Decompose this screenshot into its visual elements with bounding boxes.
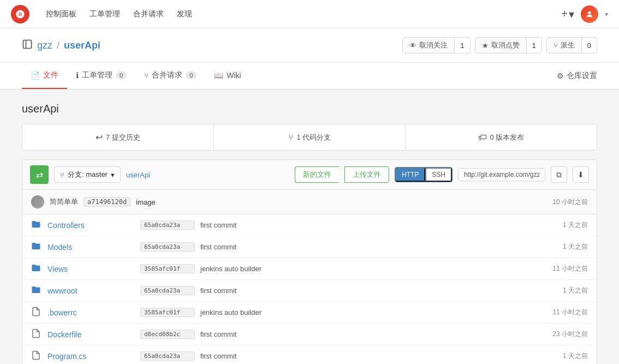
merge-badge: 0 — [186, 71, 197, 79]
avatar-chevron-icon: ▾ — [605, 10, 608, 18]
file-name[interactable]: Dockerfile — [47, 330, 135, 339]
main-content: userApi ↩ 7 提交历史 ⑂ 1 代码分支 🏷 0 版本发布 ⇄ ⑂ 分… — [0, 89, 619, 364]
nav-items: 控制面板 工单管理 合并请求 发现 — [46, 9, 192, 19]
nav-right: + ▾ ▾ — [561, 5, 608, 23]
table-row: Views 3585afc01f jenkins auto builder 11… — [22, 258, 597, 280]
file-hash: 65a0cda23a — [140, 286, 195, 295]
branch-selector[interactable]: ⑂ 分支: master ▾ — [54, 166, 121, 183]
repo-actions: 👁 取消关注 1 ★ 取消点赞 1 ⑂ 派生 0 — [402, 37, 597, 53]
top-navigation: 控制面板 工单管理 合并请求 发现 + ▾ ▾ — [0, 0, 619, 28]
latest-commit-row: 简简单单 a71496120d image 10 小时之前 — [22, 190, 597, 214]
folder-icon — [31, 285, 42, 296]
star-button[interactable]: ★ 取消点赞 1 — [475, 37, 542, 53]
commits-stat[interactable]: ↩ 7 提交历史 — [22, 124, 214, 150]
info-icon: ℹ — [76, 71, 79, 80]
sync-button[interactable]: ⇄ — [30, 165, 49, 184]
file-hash: 3585afc01f — [140, 308, 195, 317]
file-commit-message: jenkins auto builder — [200, 265, 528, 273]
file-icon — [31, 350, 42, 362]
nav-explore[interactable]: 发现 — [177, 9, 192, 19]
branch-icon: ⑂ — [60, 171, 64, 179]
copy-url-button[interactable]: ⧉ — [551, 166, 567, 183]
svg-rect-1 — [23, 40, 32, 48]
file-name[interactable]: Controllers — [47, 221, 135, 230]
copy-icon: ⧉ — [556, 170, 562, 180]
watch-label: 👁 取消关注 — [403, 38, 455, 53]
file-time: 11 小时之前 — [533, 264, 588, 273]
tab-files[interactable]: 📄 文件 — [22, 63, 67, 89]
releases-stat[interactable]: 🏷 0 版本发布 — [406, 125, 597, 150]
file-browser: ⇄ ⑂ 分支: master ▾ userApi 新的文件 上传文件 HTTP … — [22, 159, 597, 364]
tab-wiki[interactable]: 📖 Wiki — [205, 63, 249, 89]
repo-settings-button[interactable]: ⚙ 仓库设置 — [557, 63, 597, 88]
file-name[interactable]: .bowerrc — [47, 308, 135, 317]
file-hash: 65a0cda23a — [140, 351, 195, 361]
file-list: Controllers 65a0cda23a first commit 1 天之… — [22, 214, 597, 364]
file-time: 23 小时之前 — [533, 330, 588, 339]
file-time: 11 小时之前 — [533, 308, 588, 317]
branch-link[interactable]: userApi — [126, 171, 150, 179]
fork-button[interactable]: ⑂ 派生 0 — [546, 37, 597, 53]
file-name[interactable]: Views — [47, 265, 135, 273]
file-commit-message: first commit — [200, 221, 528, 229]
commit-author: 简简单单 — [50, 197, 78, 207]
table-row: Dockerfile d8ecd08b2c first commit 23 小时… — [22, 324, 597, 345]
folder-icon — [31, 263, 42, 275]
watch-count: 1 — [455, 39, 469, 52]
breadcrumb-separator: / — [57, 40, 59, 51]
commit-avatar — [31, 195, 44, 208]
file-commit-message: jenkins auto builder — [200, 308, 528, 317]
table-row: Program.cs 65a0cda23a first commit 1 天之前 — [22, 345, 597, 364]
wiki-icon: 📖 — [214, 71, 223, 80]
commits-label: 7 提交历史 — [106, 133, 140, 142]
releases-icon: 🏷 — [478, 133, 487, 142]
commit-message: image — [136, 198, 155, 206]
tab-merge-requests[interactable]: ⑂ 合并请求 0 — [135, 63, 205, 89]
commit-hash[interactable]: a71496120d — [84, 197, 130, 207]
file-name[interactable]: wwwroot — [47, 287, 135, 295]
nav-issues[interactable]: 工单管理 — [90, 9, 120, 19]
url-input[interactable] — [458, 168, 545, 181]
page-title: userApi — [22, 103, 597, 115]
file-hash: 65a0cda23a — [140, 242, 195, 252]
eye-icon: 👁 — [409, 41, 416, 50]
commits-icon: ↩ — [96, 132, 103, 142]
table-row: Controllers 65a0cda23a first commit 1 天之… — [22, 214, 597, 236]
breadcrumb: gzz / userApi — [22, 39, 100, 52]
ssh-button[interactable]: SSH — [425, 168, 452, 182]
site-logo[interactable] — [11, 5, 29, 23]
star-count: 1 — [527, 39, 541, 52]
star-icon: ★ — [482, 41, 489, 50]
file-commit-message: first commit — [200, 352, 528, 360]
tabs-left: 📄 文件 ℹ 工单管理 0 ⑂ 合并请求 0 📖 Wiki — [22, 63, 250, 89]
file-browser-toolbar: ⇄ ⑂ 分支: master ▾ userApi 新的文件 上传文件 HTTP … — [22, 160, 597, 190]
repo-owner[interactable]: gzz — [37, 40, 52, 51]
star-label: ★ 取消点赞 — [475, 38, 527, 53]
repo-tabs: 📄 文件 ℹ 工单管理 0 ⑂ 合并请求 0 📖 Wiki ⚙ 仓库设置 — [0, 63, 619, 89]
table-row: wwwroot 65a0cda23a first commit 1 天之前 — [22, 280, 597, 302]
file-icon: 📄 — [31, 71, 40, 80]
chevron-down-icon: ▾ — [569, 8, 574, 21]
branches-stat[interactable]: ⑂ 1 代码分支 — [214, 125, 406, 150]
branch-label: 分支: master — [68, 170, 108, 180]
file-time: 1 天之前 — [533, 220, 588, 230]
upload-file-button[interactable]: 上传文件 — [344, 166, 389, 183]
file-hash: 65a0cda23a — [140, 220, 195, 230]
new-file-button[interactable]: 新的文件 — [295, 166, 339, 183]
repo-icon — [22, 39, 33, 52]
repo-name[interactable]: userApi — [64, 40, 100, 51]
tab-issues[interactable]: ℹ 工单管理 0 — [67, 63, 135, 89]
file-name[interactable]: Program.cs — [47, 352, 135, 361]
nav-dashboard[interactable]: 控制面板 — [46, 9, 76, 19]
file-time: 1 天之前 — [533, 286, 588, 295]
fork-label: ⑂ 派生 — [547, 38, 582, 53]
watch-button[interactable]: 👁 取消关注 1 — [402, 37, 470, 53]
create-plus-button[interactable]: + ▾ — [561, 8, 574, 21]
file-name[interactable]: Models — [47, 243, 135, 252]
user-avatar[interactable] — [581, 5, 598, 23]
branches-icon: ⑂ — [288, 133, 294, 142]
download-button[interactable]: ⬇ — [573, 166, 589, 183]
url-toggle: HTTP SSH — [395, 167, 453, 182]
http-button[interactable]: HTTP — [395, 168, 425, 182]
nav-merge-requests[interactable]: 合并请求 — [133, 9, 164, 19]
